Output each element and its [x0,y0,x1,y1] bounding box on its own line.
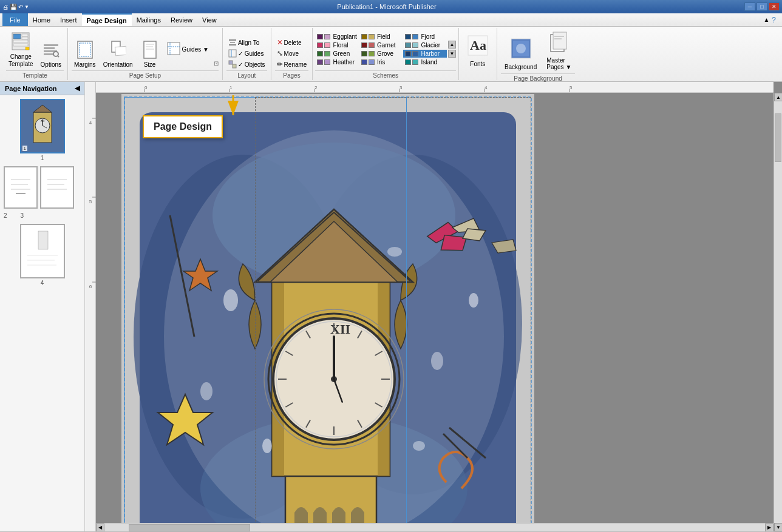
schemes-scroll: ▲ ▼ [448,41,456,58]
size-label: Size [144,61,155,68]
move-button[interactable]: ⤡ Move [275,49,309,58]
svg-point-35 [516,44,526,53]
scheme-field[interactable]: Field [359,33,403,41]
svg-rect-29 [229,61,233,64]
scheme-heather[interactable]: Heather [315,58,358,66]
svg-rect-51 [16,193,25,194]
scheme-fjord[interactable]: Fjord [403,33,446,41]
svg-rect-39 [554,38,562,39]
scheme-swatch2-island [412,59,418,65]
size-button[interactable]: Size [138,39,162,69]
page-thumb-1[interactable]: XII 1 [20,99,65,153]
align-to-button[interactable]: Align To [226,38,267,47]
move-label: Move [284,50,299,57]
size-icon [142,41,158,61]
maximize-button[interactable]: □ [756,2,767,11]
objects-button[interactable]: ✓ Objects [226,59,267,69]
schemes-scroll-up[interactable]: ▲ [448,41,456,49]
svg-point-123 [387,247,402,257]
menu-view[interactable]: View [197,13,222,26]
scheme-grove[interactable]: Grove [359,50,403,58]
scroll-thumb-v[interactable] [775,113,781,162]
menu-review[interactable]: Review [166,13,197,26]
menu-mailings[interactable]: Mailings [132,13,166,26]
svg-rect-27 [229,50,236,57]
margins-button[interactable]: Margins [72,39,98,69]
quick-access-undo[interactable]: ↶ [18,4,23,10]
scheme-harbor[interactable]: Harbor [403,50,446,58]
help-icon[interactable]: ? [772,16,776,24]
thumb-illustration-4 [21,225,64,277]
scheme-swatch-glacier [405,42,411,48]
ribbon-minimize-icon[interactable]: ▲ [763,16,769,23]
minimize-button[interactable]: ─ [744,2,755,11]
scheme-glacier[interactable]: Glacier [403,41,446,49]
scheme-name-glacier: Glacier [421,42,440,49]
page-canvas: XII [121,94,534,531]
ribbon-group-background: Background MasterPages ▼ Page Background [497,28,579,80]
scroll-down-button[interactable]: ▼ [774,523,782,531]
fonts-button[interactable]: Aa Fonts [463,33,493,69]
app-body: Page Navigation ◀ XII [0,82,782,531]
scheme-green[interactable]: Green [315,50,358,58]
pages-group-content: ✕ Delete ⤡ Move ✏ Rename [275,29,309,69]
scheme-eggplant[interactable]: Eggplant [315,33,358,41]
svg-text:XII: XII [41,119,45,123]
svg-line-12 [58,56,59,57]
page-setup-group-content: Margins Orientation [72,29,219,69]
ribbon-guides-button[interactable]: ✓ Guides [226,49,267,58]
background-button[interactable]: Background [501,36,540,72]
page-thumb-2[interactable] [4,166,38,209]
scroll-left-button[interactable]: ◀ [96,524,104,532]
scheme-name-grove: Grove [377,50,393,57]
orientation-button[interactable]: Orientation [101,39,135,69]
ruler-h-svg: 0 1 2 3 4 5 [96,82,773,93]
align-to-label: Align To [238,39,259,46]
close-button[interactable]: ✕ [769,2,780,11]
scroll-up-button[interactable]: ▲ [774,93,782,101]
schemes-scroll-down[interactable]: ▼ [448,50,456,58]
menu-file[interactable]: File [2,13,28,26]
delete-button[interactable]: ✕ Delete [275,38,309,47]
scroll-thumb-h[interactable] [129,524,250,531]
margins-label: Margins [74,61,96,68]
page-thumb-4[interactable] [20,224,65,278]
svg-rect-7 [44,44,58,46]
page-thumbnails: XII 1 1 [0,95,84,531]
scheme-swatch2-iris [369,59,375,65]
options-button[interactable]: Options [38,41,64,69]
scheme-swatch-garnet [361,42,367,48]
orientation-label: Orientation [103,61,133,68]
menu-page-design[interactable]: Page Design [82,13,132,26]
panel-title: Page Navigation [5,85,57,92]
quick-access-save[interactable]: 💾 [10,4,17,10]
guides-icon [167,42,180,56]
svg-text:XII: XII [330,322,350,337]
panel-collapse-button[interactable]: ◀ [75,84,80,92]
menu-insert[interactable]: Insert [55,13,82,26]
change-template-button[interactable]: ChangeTemplate [6,30,36,69]
scroll-right-button[interactable]: ▶ [765,524,773,532]
scheme-iris[interactable]: Iris [359,58,403,66]
guides-button[interactable]: Guides ▼ [165,41,211,58]
svg-rect-38 [554,36,564,37]
page-setup-expand[interactable]: ⊡ [214,60,219,69]
thumb-wrapper-4: 4 [4,224,81,286]
window-title: Publication1 - Microsoft Publisher [29,3,744,10]
svg-rect-30 [233,64,236,68]
rename-button[interactable]: ✏ Rename [275,59,309,69]
svg-rect-10 [44,53,53,55]
menu-home[interactable]: Home [28,13,55,26]
svg-rect-75 [85,82,96,531]
layout-buttons: Align To ✓ Guides ✓ [226,38,267,69]
page-thumb-3[interactable] [40,166,74,209]
master-pages-button[interactable]: MasterPages ▼ [543,29,575,72]
scheme-garnet[interactable]: Garnet [359,41,403,49]
schemes-list: Eggplant Field Fjord [315,33,446,66]
scheme-floral[interactable]: Floral [315,41,358,49]
scheme-island[interactable]: Island [403,58,446,66]
quick-access-dropdown[interactable]: ▼ [24,4,29,10]
scheme-swatch2-floral [324,42,330,48]
thumb-wrapper-2 [4,166,38,209]
guides-label: Guides ▼ [182,46,209,53]
